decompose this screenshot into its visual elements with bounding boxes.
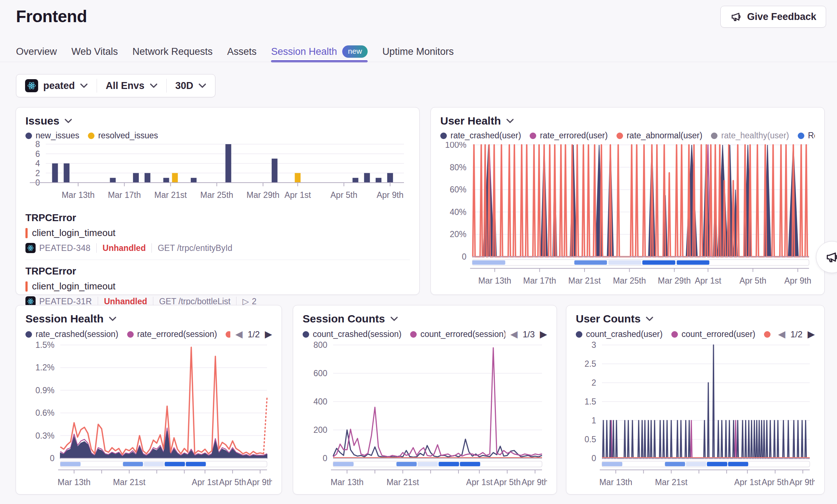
legend-item-count-errored-session[interactable]: count_errored(session) (410, 329, 505, 339)
svg-text:Mar 13th: Mar 13th (58, 477, 91, 487)
legend-item-rate-errored-user[interactable]: rate_errored(user) (530, 131, 608, 141)
legend-item-count-errored-user[interactable]: count_errored(user) (671, 329, 755, 339)
svg-text:60%: 60% (450, 185, 466, 194)
legend-item-new-issues[interactable]: new_issues (25, 131, 79, 141)
issue-message[interactable]: client_login_timeout (32, 281, 116, 292)
chevron-down-icon[interactable] (64, 118, 72, 123)
tab-web-vitals[interactable]: Web Vitals (72, 42, 118, 61)
legend-item-rate-crashed-user[interactable]: rate_crashed(user) (440, 131, 521, 141)
legend-dot (226, 331, 230, 338)
pager-next-button[interactable]: ▶ (265, 329, 272, 340)
legend-item-rate-abnormal-user[interactable]: rate_abnormal(user) (616, 131, 702, 141)
issue-item[interactable]: TRPCErrorclient_login_timeoutPEATED-348U… (25, 207, 410, 253)
issue-item[interactable]: TRPCErrorclient_login_timeoutPEATED-31RU… (25, 260, 410, 306)
svg-text:0.9%: 0.9% (36, 386, 54, 395)
legend-item-releases[interactable]: Releases (798, 131, 815, 141)
legend-dot (303, 331, 309, 338)
legend-dot (711, 133, 717, 139)
issue-short-id[interactable]: PEATED-348 (39, 243, 90, 253)
legend-item-resolved-issues[interactable]: resolved_issues (88, 131, 158, 141)
date-range-selector[interactable]: 30D (167, 80, 215, 92)
legend-item-rate-abnorr[interactable]: rate_abnorr (226, 329, 230, 339)
legend-dot (671, 331, 678, 338)
chevron-down-icon (150, 83, 158, 88)
legend-label: count_crashed(user) (586, 329, 663, 339)
legend-label: rate_errored(session) (137, 329, 217, 339)
legend-label: count_crashed(session) (313, 329, 401, 339)
give-feedback-button[interactable]: Give Feedback (720, 6, 826, 28)
severity-bar (25, 281, 28, 292)
pager-count: 1/2 (790, 329, 802, 340)
svg-text:1.5%: 1.5% (36, 341, 54, 350)
svg-text:Apr 9th: Apr 9th (522, 477, 547, 487)
tab-uptime-monitors[interactable]: Uptime Monitors (382, 42, 454, 61)
legend-label: rate_healthy(user) (721, 131, 789, 141)
environment-selector[interactable]: All Envs (97, 80, 166, 92)
pager-prev-button[interactable]: ◀ (510, 329, 518, 340)
legend-item-count-abnorm[interactable]: count_abnorm (764, 329, 773, 339)
legend-pager: ◀ 1/3 ▶ (510, 329, 547, 340)
svg-text:Apr 5th: Apr 5th (494, 477, 521, 487)
chevron-down-icon (198, 83, 206, 88)
svg-text:0.3%: 0.3% (36, 431, 54, 440)
user-health-panel-title: User Health (440, 115, 501, 127)
chevron-down-icon[interactable] (109, 316, 117, 321)
pager-prev-button[interactable]: ◀ (235, 329, 243, 340)
user-health-chart: 020%40%60%80%100%Mar 13thMar 17thMar 21s… (440, 142, 815, 286)
pager-next-button[interactable]: ▶ (540, 329, 547, 340)
svg-text:0: 0 (50, 454, 54, 463)
legend-label: count_errored(user) (682, 329, 755, 339)
issues-panel: Issues new_issuesresolved_issues 02468Ma… (16, 107, 420, 295)
session-counts-chart: 0200400600800Mar 13thMar 21stApr 1stApr … (303, 341, 547, 487)
legend-dot (410, 331, 417, 338)
tab-session-health[interactable]: Session Healthnew (271, 42, 368, 61)
svg-text:Mar 29th: Mar 29th (247, 190, 280, 200)
svg-text:Mar 13th: Mar 13th (331, 477, 364, 487)
legend-pager: ◀ 1/2 ▶ (235, 329, 272, 340)
svg-text:Apr 9th: Apr 9th (247, 477, 272, 487)
legend-item-rate-errored-session[interactable]: rate_errored(session) (127, 329, 217, 339)
svg-text:1.2%: 1.2% (36, 363, 54, 372)
svg-text:Mar 13th: Mar 13th (599, 477, 632, 487)
svg-text:600: 600 (314, 369, 327, 378)
svg-text:Apr 1st: Apr 1st (466, 477, 493, 487)
svg-text:8: 8 (35, 141, 40, 149)
tab-label: Web Vitals (72, 46, 118, 57)
legend-label: Releases (808, 131, 815, 141)
pager-prev-button[interactable]: ◀ (778, 329, 785, 340)
tab-label: Session Health (271, 46, 337, 57)
svg-text:0.5: 0.5 (585, 435, 596, 444)
svg-text:Apr 5th: Apr 5th (762, 477, 789, 487)
session-health-panel: Session Health rate_crashed(session)rate… (16, 305, 282, 495)
legend-dot (25, 133, 32, 139)
svg-text:Mar 29th: Mar 29th (658, 276, 691, 285)
svg-text:Apr 9th: Apr 9th (789, 477, 815, 487)
svg-text:Mar 21st: Mar 21st (154, 190, 187, 200)
tabs-divider (0, 62, 837, 62)
legend-item-count-crashed-user[interactable]: count_crashed(user) (576, 329, 663, 339)
legend-item-count-crashed-session[interactable]: count_crashed(session) (303, 329, 401, 339)
legend-dot (127, 331, 134, 338)
svg-text:Mar 13th: Mar 13th (62, 190, 95, 200)
svg-text:200: 200 (314, 425, 327, 435)
svg-text:Apr 9th: Apr 9th (377, 190, 404, 200)
legend-item-rate-crashed-session[interactable]: rate_crashed(session) (25, 329, 118, 339)
chevron-down-icon[interactable] (646, 316, 654, 321)
project-selector[interactable]: peated (16, 79, 97, 92)
svg-text:100%: 100% (445, 142, 466, 150)
issue-message[interactable]: client_login_timeout (32, 227, 116, 239)
chevron-down-icon[interactable] (506, 118, 514, 123)
tab-overview[interactable]: Overview (16, 42, 57, 61)
issue-type[interactable]: TRPCError (25, 266, 410, 277)
chevron-down-icon[interactable] (390, 316, 398, 321)
legend-item-rate-healthy-user[interactable]: rate_healthy(user) (711, 131, 789, 141)
issue-type[interactable]: TRPCError (25, 212, 410, 224)
pager-next-button[interactable]: ▶ (808, 329, 815, 340)
legend-dot (616, 133, 623, 139)
svg-text:80%: 80% (450, 163, 466, 172)
legend-label: new_issues (36, 131, 79, 141)
legend-pager: ◀ 1/2 ▶ (778, 329, 815, 340)
tab-assets[interactable]: Assets (227, 42, 256, 61)
svg-text:Mar 21st: Mar 21st (568, 276, 601, 285)
tab-network-requests[interactable]: Network Requests (133, 42, 213, 61)
